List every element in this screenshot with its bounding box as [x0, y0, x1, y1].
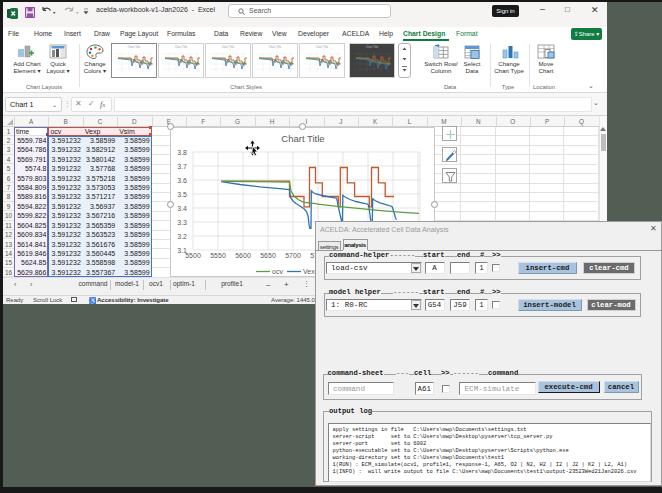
svg-text:3.7: 3.7: [177, 163, 187, 170]
svg-text:5550: 5550: [210, 252, 226, 259]
svg-text:3.2: 3.2: [177, 233, 187, 240]
svg-text:5600: 5600: [235, 252, 251, 259]
svg-text:5700: 5700: [285, 252, 301, 259]
svg-text:3.4: 3.4: [177, 205, 187, 212]
svg-text:5500: 5500: [185, 252, 201, 259]
svg-text:3.6: 3.6: [177, 177, 187, 184]
svg-text:ocv: ocv: [272, 268, 283, 275]
svg-text:5650: 5650: [260, 252, 276, 259]
svg-text:3.3: 3.3: [177, 219, 187, 226]
svg-text:3.8: 3.8: [177, 149, 187, 156]
svg-text:3.5: 3.5: [177, 191, 187, 198]
